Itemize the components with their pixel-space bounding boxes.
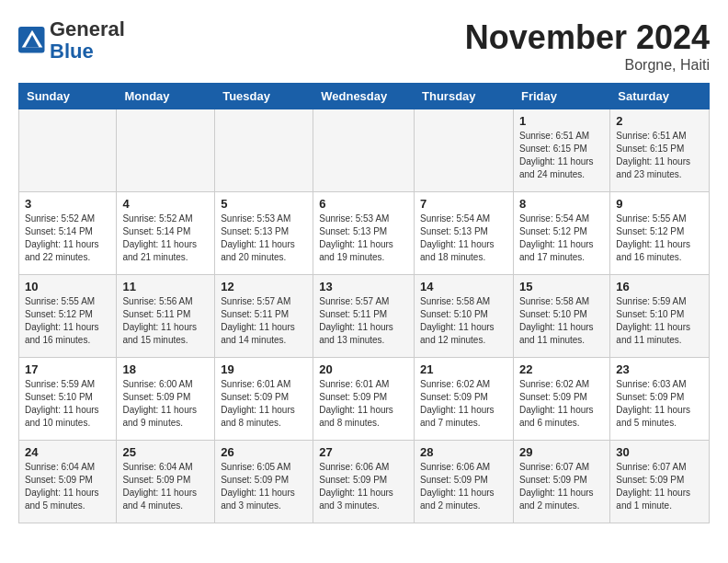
weekday-header-wednesday: Wednesday [313, 84, 415, 109]
calendar-cell: 27Sunrise: 6:06 AM Sunset: 5:09 PM Dayli… [313, 441, 415, 523]
day-info: Sunrise: 5:55 AM Sunset: 5:12 PM Dayligh… [25, 295, 110, 347]
day-info: Sunrise: 5:57 AM Sunset: 5:11 PM Dayligh… [221, 295, 307, 347]
day-info: Sunrise: 5:55 AM Sunset: 5:12 PM Dayligh… [616, 213, 703, 264]
day-number: 4 [122, 197, 209, 211]
calendar-cell: 8Sunrise: 5:54 AM Sunset: 5:12 PM Daylig… [513, 192, 609, 275]
calendar-cell: 28Sunrise: 6:06 AM Sunset: 5:09 PM Dayli… [415, 441, 514, 523]
day-number: 29 [519, 445, 604, 459]
day-number: 9 [616, 197, 703, 211]
day-info: Sunrise: 6:05 AM Sunset: 5:09 PM Dayligh… [221, 461, 307, 512]
day-number: 6 [319, 197, 408, 211]
day-info: Sunrise: 6:03 AM Sunset: 5:09 PM Dayligh… [616, 378, 703, 430]
logo: General Blue [18, 18, 125, 63]
day-info: Sunrise: 6:07 AM Sunset: 5:09 PM Dayligh… [519, 461, 604, 512]
calendar-cell: 2Sunrise: 6:51 AM Sunset: 6:15 PM Daylig… [610, 109, 710, 192]
calendar-cell: 4Sunrise: 5:52 AM Sunset: 5:14 PM Daylig… [117, 192, 215, 275]
logo-text: General Blue [50, 18, 125, 63]
day-number: 24 [25, 445, 110, 459]
calendar-cell: 24Sunrise: 6:04 AM Sunset: 5:09 PM Dayli… [19, 441, 117, 523]
day-info: Sunrise: 6:06 AM Sunset: 5:09 PM Dayligh… [420, 461, 507, 512]
day-number: 26 [221, 445, 307, 459]
calendar-cell: 17Sunrise: 5:59 AM Sunset: 5:10 PM Dayli… [19, 358, 117, 441]
day-info: Sunrise: 5:59 AM Sunset: 5:10 PM Dayligh… [616, 295, 703, 347]
logo-general: General [50, 17, 125, 40]
weekday-header-tuesday: Tuesday [215, 84, 313, 109]
day-number: 12 [221, 280, 307, 293]
day-info: Sunrise: 5:54 AM Sunset: 5:12 PM Dayligh… [519, 213, 604, 264]
calendar-week-row: 3Sunrise: 5:52 AM Sunset: 5:14 PM Daylig… [19, 192, 710, 275]
weekday-header-saturday: Saturday [610, 84, 710, 109]
day-info: Sunrise: 5:59 AM Sunset: 5:10 PM Dayligh… [25, 378, 110, 430]
calendar-cell: 29Sunrise: 6:07 AM Sunset: 5:09 PM Dayli… [513, 441, 609, 523]
day-number: 7 [420, 197, 507, 211]
logo-blue: Blue [50, 40, 94, 63]
calendar-week-row: 24Sunrise: 6:04 AM Sunset: 5:09 PM Dayli… [19, 441, 710, 523]
day-info: Sunrise: 6:00 AM Sunset: 5:09 PM Dayligh… [122, 378, 209, 430]
day-info: Sunrise: 6:51 AM Sunset: 6:15 PM Dayligh… [616, 130, 703, 181]
day-number: 10 [25, 280, 110, 293]
calendar-cell: 13Sunrise: 5:57 AM Sunset: 5:11 PM Dayli… [313, 275, 415, 358]
calendar-cell: 25Sunrise: 6:04 AM Sunset: 5:09 PM Dayli… [117, 441, 215, 523]
day-number: 28 [420, 445, 507, 459]
calendar-cell: 1Sunrise: 6:51 AM Sunset: 6:15 PM Daylig… [513, 109, 609, 192]
calendar-cell: 21Sunrise: 6:02 AM Sunset: 5:09 PM Dayli… [415, 358, 514, 441]
month-title: November 2024 [465, 18, 710, 57]
day-number: 19 [221, 362, 307, 376]
day-number: 27 [319, 445, 408, 459]
location: Borgne, Haiti [465, 57, 710, 74]
calendar-cell: 22Sunrise: 6:02 AM Sunset: 5:09 PM Dayli… [513, 358, 609, 441]
calendar-cell [117, 109, 215, 192]
calendar-week-row: 1Sunrise: 6:51 AM Sunset: 6:15 PM Daylig… [19, 109, 710, 192]
day-number: 3 [25, 197, 110, 211]
day-number: 30 [616, 445, 703, 459]
day-info: Sunrise: 6:06 AM Sunset: 5:09 PM Dayligh… [319, 461, 408, 512]
weekday-header-thursday: Thursday [415, 84, 514, 109]
calendar-week-row: 17Sunrise: 5:59 AM Sunset: 5:10 PM Dayli… [19, 358, 710, 441]
calendar-cell: 11Sunrise: 5:56 AM Sunset: 5:11 PM Dayli… [117, 275, 215, 358]
calendar-week-row: 10Sunrise: 5:55 AM Sunset: 5:12 PM Dayli… [19, 275, 710, 358]
logo-icon [18, 27, 46, 54]
day-info: Sunrise: 6:04 AM Sunset: 5:09 PM Dayligh… [122, 461, 209, 512]
calendar-cell: 10Sunrise: 5:55 AM Sunset: 5:12 PM Dayli… [19, 275, 117, 358]
day-info: Sunrise: 5:52 AM Sunset: 5:14 PM Dayligh… [25, 213, 110, 264]
day-number: 17 [25, 362, 110, 376]
page-header: General Blue November 2024 Borgne, Haiti [18, 18, 710, 74]
day-info: Sunrise: 5:57 AM Sunset: 5:11 PM Dayligh… [319, 295, 408, 347]
day-info: Sunrise: 6:07 AM Sunset: 5:09 PM Dayligh… [616, 461, 703, 512]
weekday-header-row: SundayMondayTuesdayWednesdayThursdayFrid… [19, 84, 710, 109]
calendar-cell: 6Sunrise: 5:53 AM Sunset: 5:13 PM Daylig… [313, 192, 415, 275]
day-number: 11 [122, 280, 209, 293]
day-info: Sunrise: 5:52 AM Sunset: 5:14 PM Dayligh… [122, 213, 209, 264]
calendar-cell [415, 109, 514, 192]
title-area: November 2024 Borgne, Haiti [465, 18, 710, 74]
day-info: Sunrise: 5:53 AM Sunset: 5:13 PM Dayligh… [319, 213, 408, 264]
calendar-cell: 30Sunrise: 6:07 AM Sunset: 5:09 PM Dayli… [610, 441, 710, 523]
calendar-cell: 23Sunrise: 6:03 AM Sunset: 5:09 PM Dayli… [610, 358, 710, 441]
day-info: Sunrise: 6:04 AM Sunset: 5:09 PM Dayligh… [25, 461, 110, 512]
day-number: 2 [616, 114, 703, 128]
day-info: Sunrise: 6:51 AM Sunset: 6:15 PM Dayligh… [519, 130, 604, 181]
day-number: 15 [519, 280, 604, 293]
calendar-cell [313, 109, 415, 192]
calendar-cell [19, 109, 117, 192]
day-number: 8 [519, 197, 604, 211]
day-info: Sunrise: 5:53 AM Sunset: 5:13 PM Dayligh… [221, 213, 307, 264]
day-number: 5 [221, 197, 307, 211]
day-number: 21 [420, 362, 507, 376]
calendar-cell: 26Sunrise: 6:05 AM Sunset: 5:09 PM Dayli… [215, 441, 313, 523]
day-info: Sunrise: 5:54 AM Sunset: 5:13 PM Dayligh… [420, 213, 507, 264]
day-info: Sunrise: 6:01 AM Sunset: 5:09 PM Dayligh… [221, 378, 307, 430]
day-number: 16 [616, 280, 703, 293]
calendar-cell: 20Sunrise: 6:01 AM Sunset: 5:09 PM Dayli… [313, 358, 415, 441]
day-number: 18 [122, 362, 209, 376]
calendar-cell: 3Sunrise: 5:52 AM Sunset: 5:14 PM Daylig… [19, 192, 117, 275]
day-info: Sunrise: 5:58 AM Sunset: 5:10 PM Dayligh… [420, 295, 507, 347]
calendar-cell: 7Sunrise: 5:54 AM Sunset: 5:13 PM Daylig… [415, 192, 514, 275]
day-info: Sunrise: 6:01 AM Sunset: 5:09 PM Dayligh… [319, 378, 408, 430]
calendar-cell: 12Sunrise: 5:57 AM Sunset: 5:11 PM Dayli… [215, 275, 313, 358]
calendar-cell: 15Sunrise: 5:58 AM Sunset: 5:10 PM Dayli… [513, 275, 609, 358]
day-number: 13 [319, 280, 408, 293]
calendar-cell: 19Sunrise: 6:01 AM Sunset: 5:09 PM Dayli… [215, 358, 313, 441]
day-number: 23 [616, 362, 703, 376]
day-info: Sunrise: 5:56 AM Sunset: 5:11 PM Dayligh… [122, 295, 209, 347]
